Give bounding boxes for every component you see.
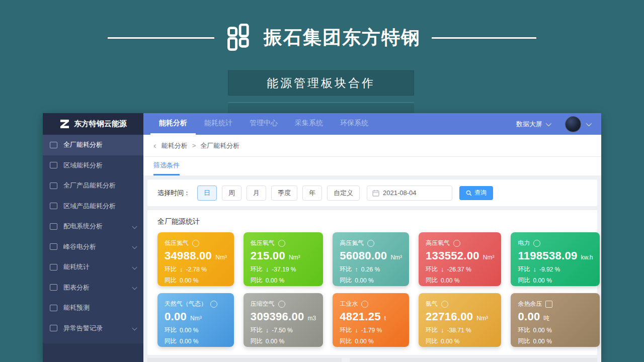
yoy-value: 0.00 % [180, 277, 198, 284]
menu-item-icon [50, 305, 57, 311]
arrow-down-icon: ↓ [266, 265, 269, 273]
oxygen-high-icon [453, 240, 460, 247]
sidebar-item[interactable]: 图表分析 [43, 278, 143, 298]
time-range-buttons: 日周月季度年自定义 [197, 186, 365, 201]
breadcrumb: ‹ 能耗分析 > 全厂能耗分析 [143, 135, 601, 157]
slide-subtitle: 能源管理板块合作 [267, 75, 375, 91]
sidebar-item[interactable]: 配电系统分析 [43, 216, 143, 237]
energy-cards-grid: 低压氮气34988.00Nm³环比↓-2.78 %同比0.00 %低压氧气215… [157, 232, 587, 347]
card-title: 压缩空气 [251, 300, 275, 308]
card-mom-row: 环比↓-26.37 % [426, 265, 494, 274]
sidebar-item-label: 区域能耗分析 [63, 161, 103, 170]
yoy-label: 同比 [518, 276, 530, 285]
brand-name: 东方特钢云能源 [74, 119, 127, 129]
breadcrumb-back-icon[interactable]: ‹ [153, 141, 156, 150]
yoy-value: 0.00 % [266, 338, 284, 345]
yoy-label: 同比 [165, 337, 177, 345]
tab-filter-conditions[interactable]: 筛选条件 [153, 161, 180, 175]
card-mom-row: 环比↓-38.71 % [426, 326, 494, 334]
card-header: 工业水 [340, 300, 402, 308]
breadcrumb-current: 全厂能耗分析 [200, 141, 239, 150]
card-title: 电力 [518, 239, 530, 247]
energy-card: 氩气22716.00Nm³环比↓-38.71 %同比0.00 % [419, 293, 501, 347]
time-range-button[interactable]: 年 [302, 186, 322, 201]
data-screen-button[interactable]: 数据大屏 [516, 120, 550, 129]
chevron-down-icon [132, 264, 137, 269]
title-decoration-line-right [432, 37, 536, 39]
main-content: ‹ 能耗分析 > 全厂能耗分析 筛选条件 选择时间： 日周月季度年自定义 [143, 135, 601, 362]
nav-tab[interactable]: 采集系统 [286, 113, 332, 135]
chevron-down-icon [132, 285, 137, 290]
card-unit: 吨 [543, 314, 549, 323]
section-title: 全厂能源统计 [157, 217, 587, 226]
time-range-button[interactable]: 周 [222, 186, 242, 201]
card-value-row: 133552.00Nm³ [426, 249, 494, 262]
mom-label: 环比 [251, 265, 263, 274]
date-picker-input[interactable]: 2021-08-04 [367, 186, 452, 201]
sidebar-item[interactable]: 能耗统计 [43, 257, 143, 278]
time-range-button[interactable]: 季度 [271, 186, 297, 201]
sidebar-item[interactable]: 峰谷电分析 [43, 237, 143, 257]
nav-tab[interactable]: 环保系统 [332, 113, 377, 135]
natural-gas-icon [210, 301, 217, 308]
yoy-label: 同比 [251, 276, 263, 285]
card-yoy-row: 同比0.00 % [518, 337, 593, 345]
next-section-preview [147, 358, 597, 362]
nav-tab[interactable]: 管理中心 [241, 113, 286, 135]
chevron-down-icon [132, 224, 137, 229]
mom-value: -37.19 % [272, 266, 296, 273]
sidebar-item[interactable]: 异常告警记录 [43, 318, 143, 339]
card-yoy-row: 同比0.00 % [165, 276, 227, 285]
sidebar-item-label: 能耗统计 [63, 262, 90, 272]
card-unit: Nm³ [215, 254, 227, 261]
card-unit: Nm³ [390, 254, 402, 261]
card-header: 低压氮气 [165, 239, 227, 247]
card-yoy-row: 同比0.00 % [165, 337, 227, 345]
card-title: 低压氮气 [165, 239, 189, 247]
card-title: 工业水 [340, 300, 358, 308]
sidebar-item-label: 异常告警记录 [63, 324, 103, 333]
search-button[interactable]: 查询 [459, 186, 493, 200]
card-header: 低压氧气 [251, 239, 316, 247]
energy-card: 工业水4821.25t环比↓-1.79 %同比0.00 % [333, 293, 409, 347]
card-value-row: 215.00Nm³ [251, 249, 316, 262]
next-panel-left [147, 358, 342, 362]
date-value: 2021-08-04 [383, 189, 417, 197]
power-icon [533, 240, 540, 247]
nav-tab[interactable]: 能耗统计 [196, 113, 241, 135]
time-select-label: 选择时间： [157, 189, 190, 198]
card-value-row: 56080.00Nm³ [340, 249, 402, 262]
yoy-label: 同比 [340, 276, 352, 285]
card-unit: Nm³ [190, 315, 202, 322]
breadcrumb-parent[interactable]: 能耗分析 [162, 141, 188, 150]
card-value: 22716.00 [426, 310, 473, 323]
yoy-label: 同比 [426, 337, 438, 345]
mom-value: -1.79 % [361, 327, 382, 334]
user-avatar[interactable] [565, 116, 581, 132]
yoy-value: 0.00 % [266, 277, 284, 284]
energy-card: 高压氧气133552.00Nm³环比↓-26.37 %同比0.00 % [419, 232, 501, 286]
card-unit: Nm³ [476, 315, 488, 322]
sidebar-item[interactable]: 全厂产品能耗分析 [43, 175, 143, 196]
industrial-water-icon [361, 301, 368, 308]
yoy-label: 同比 [340, 337, 352, 345]
sidebar-item-label: 全厂产品能耗分析 [63, 181, 116, 190]
time-range-button[interactable]: 月 [247, 186, 266, 201]
nav-tab[interactable]: 能耗分析 [150, 113, 196, 135]
card-title: 余热余压 [518, 300, 542, 308]
sidebar-item[interactable]: 区域能耗分析 [43, 155, 143, 176]
card-yoy-row: 同比0.00 % [251, 276, 316, 285]
time-range-button[interactable]: 日 [197, 186, 217, 201]
sidebar-item[interactable]: 区域产品能耗分析 [43, 196, 143, 217]
card-value-row: 0.00吨 [518, 310, 593, 323]
sidebar-item[interactable]: 全厂能耗分析 [43, 135, 143, 155]
user-chevron-down-icon[interactable] [586, 120, 592, 126]
slide-header: 振石集团东方特钢 [0, 21, 644, 54]
mom-label: 环比 [165, 326, 177, 334]
mom-label: 环比 [251, 326, 263, 334]
nav-tabs: 能耗分析能耗统计管理中心采集系统环保系统 [150, 113, 377, 135]
card-title: 高压氧气 [426, 239, 450, 247]
mom-value: 0.00 % [533, 327, 551, 334]
time-range-button[interactable]: 自定义 [327, 186, 360, 201]
sidebar-item[interactable]: 能耗预测 [43, 298, 143, 318]
